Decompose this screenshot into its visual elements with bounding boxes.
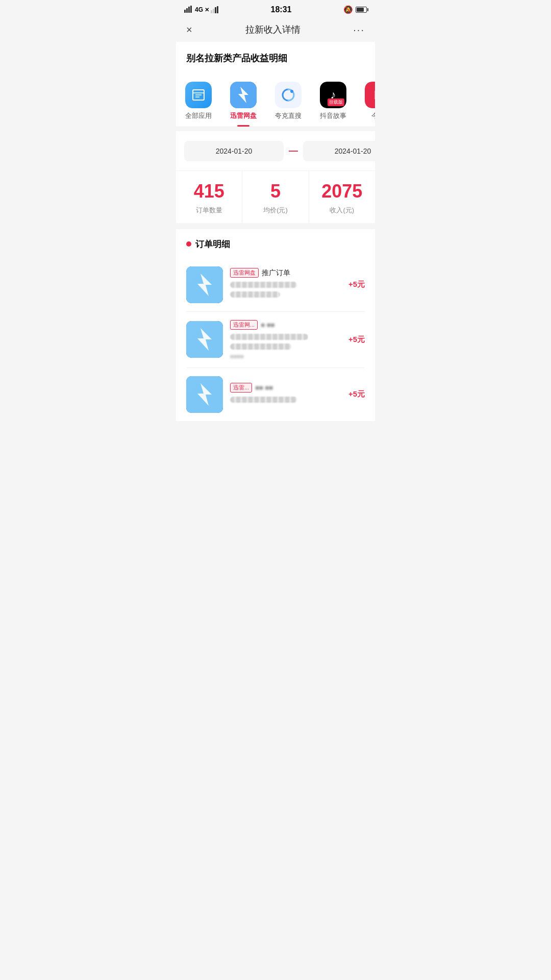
order-blurred-text-2: ■ ■■ [261,321,274,329]
stat-avg-price: 5 均价(元) [242,171,309,223]
section-title: 别名拉新类产品收益明细 [176,42,375,72]
order-tag-3: 迅雷... [230,383,252,393]
app-tabs: 全部应用 迅雷网盘 [176,72,375,127]
order-amount-2: +5元 [348,335,365,345]
order-section-title: 订单明细 [186,238,365,250]
network-type: 4G [195,6,203,13]
blur-line-2a [230,334,308,340]
svg-point-13 [290,90,293,93]
order-item: 迅雷网... ■ ■■ ■■■■ +5元 [186,312,365,368]
order-tag-2: 迅雷网... [230,320,258,330]
date-separator: — [288,145,299,156]
tab-jinri-icon-wrap: 目 [365,82,375,108]
order-section-title-text: 订单明细 [195,238,230,250]
blur-line-1a [230,282,297,288]
signal-icon2 [211,6,219,13]
blur-extra-2: ■■■■ [230,353,341,359]
douyin-icon: ♪ 挂载版 [320,82,346,108]
stat-order-label: 订单数量 [181,206,237,215]
tab-douyin[interactable]: ♪ 挂载版 抖音故事 [311,78,356,127]
signal-icon [184,6,193,14]
order-tag-label-1: 推广订单 [262,268,290,278]
stat-revenue-label: 收入(元) [314,206,370,215]
page-header: × 拉新收入详情 ··· [176,17,375,42]
status-right-icons: 🔕 [343,5,367,14]
tab-xunlei-underline [237,125,249,127]
order-thumb-3 [186,376,223,413]
date-filter: — 查询 [176,131,375,170]
close-button[interactable]: × [186,24,192,36]
quanbu-icon [185,82,212,108]
signal-info: 4G ✕ [184,6,219,14]
tab-xunlei[interactable]: 迅雷网盘 [221,78,266,127]
blur-line-1b [230,291,280,298]
tab-all-icon-wrap [185,82,212,108]
tab-jinri[interactable]: 目 今日 [356,78,375,127]
status-time: 18:31 [271,5,292,14]
tab-kuake[interactable]: 夸克直搜 [266,78,311,127]
signal-x: ✕ [205,7,209,13]
tab-douyin-icon-wrap: ♪ 挂载版 [320,82,346,108]
stat-order-count: 415 订单数量 [176,171,242,223]
page-title: 拉新收入详情 [245,23,300,36]
end-date-input[interactable] [303,141,375,161]
battery-icon [356,7,367,13]
svg-rect-5 [213,9,214,13]
tab-jinri-label: 今日 [371,111,375,120]
blur-line-2b [230,344,291,350]
order-info-3: 迅雷... ■■ ■■ [230,383,341,406]
order-tags-3: 迅雷... ■■ ■■ [230,383,341,393]
order-amount-1: +5元 [348,280,365,289]
kuake-icon [275,82,302,108]
tab-douyin-label: 抖音故事 [320,111,346,120]
stat-order-value: 415 [181,181,237,202]
svg-rect-7 [217,6,218,13]
stat-revenue-value: 2075 [314,181,370,202]
svg-rect-4 [211,10,212,13]
svg-rect-0 [184,10,186,13]
order-blurred-text-3: ■■ ■■ [255,384,273,391]
tab-kuake-label: 夸克直搜 [275,111,302,120]
blur-line-3a [230,397,297,403]
bell-mute-icon: 🔕 [343,5,353,14]
order-thumb-2 [186,321,223,358]
order-item: 迅雷网盘 推广订单 +5元 [186,258,365,312]
jinri-icon: 目 [365,82,375,108]
order-tag-1: 迅雷网盘 [230,268,259,278]
order-tags-2: 迅雷网... ■ ■■ [230,320,341,330]
svg-rect-3 [190,6,192,13]
svg-rect-1 [186,8,188,13]
order-info-2: 迅雷网... ■ ■■ ■■■■ [230,320,341,359]
start-date-input[interactable] [184,141,284,161]
stat-avg-value: 5 [247,181,303,202]
tab-kuake-icon-wrap [275,82,302,108]
red-dot-icon [186,241,191,247]
tab-all-label: 全部应用 [185,111,212,120]
tab-all[interactable]: 全部应用 [176,78,221,127]
svg-rect-2 [188,7,190,13]
order-info-1: 迅雷网盘 推广订单 [230,268,341,301]
more-button[interactable]: ··· [353,24,365,36]
tab-xunlei-label: 迅雷网盘 [230,111,257,120]
order-list: 迅雷网盘 推广订单 +5元 [186,258,365,421]
stats-row: 415 订单数量 5 均价(元) 2075 收入(元) [176,170,375,223]
order-item: 迅雷... ■■ ■■ +5元 [186,368,365,421]
order-tags-1: 迅雷网盘 推广订单 [230,268,341,278]
order-thumb-1 [186,266,223,303]
svg-rect-6 [215,7,216,13]
stat-revenue: 2075 收入(元) [309,171,375,223]
status-bar: 4G ✕ 18:31 🔕 [176,0,375,17]
order-section: 订单明细 迅雷网盘 推广订单 [176,229,375,421]
stat-avg-label: 均价(元) [247,206,303,215]
tab-xunlei-icon-wrap [230,82,257,108]
order-amount-3: +5元 [348,389,365,399]
xunlei-icon [230,82,257,108]
